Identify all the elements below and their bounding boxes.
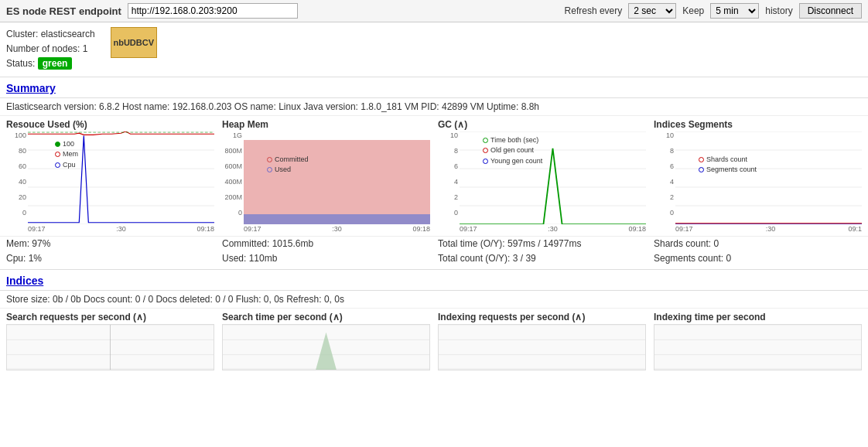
status-badge: green bbox=[38, 57, 73, 70]
endpoint-label: ES node REST endpoint bbox=[6, 5, 121, 17]
index-req-chart-area bbox=[438, 324, 646, 370]
status-label: Status: bbox=[6, 58, 35, 69]
heap-x-axis: 09:17:3009:18 bbox=[222, 225, 430, 233]
heap-chart-title: Heap Mem bbox=[222, 119, 430, 130]
mem-stat: Mem: 97% bbox=[6, 237, 214, 251]
search-time-svg bbox=[223, 325, 429, 370]
disconnect-button[interactable]: Disconnect bbox=[799, 3, 862, 19]
cluster-info: Cluster: elasticsearch Number of nodes: … bbox=[0, 22, 868, 77]
svg-marker-32 bbox=[316, 333, 337, 370]
search-req-chart-title: Search requests per second (∧) bbox=[6, 312, 214, 322]
keep-select[interactable]: 5 min 1 min 10 min 30 min bbox=[710, 3, 759, 19]
heap-chart-block: Heap Mem 1G800M600M400M200M0 Committed U… bbox=[222, 119, 430, 233]
resource-chart-title: Resouce Used (%) bbox=[6, 119, 214, 130]
summary-section-title: Summary bbox=[0, 77, 868, 98]
gc-x-axis: 09:17:3009:18 bbox=[438, 225, 646, 233]
keep-label: Keep bbox=[682, 5, 704, 16]
svg-marker-7 bbox=[244, 139, 430, 224]
cluster-nodes: Number of nodes: 1 bbox=[6, 42, 95, 56]
summary-info-line: Elasticsearch version: 6.8.2 Host name: … bbox=[0, 98, 868, 116]
shards-stat: Shards count: 0 bbox=[654, 237, 862, 251]
resource-legend: 100 Mem Cpu bbox=[55, 139, 78, 171]
index-req-chart-block: Indexing requests per second (∧) bbox=[438, 312, 646, 370]
indices-seg-y-axis: 1086420 bbox=[654, 131, 675, 217]
gc-legend: Time both (sec) Old gen count Young gen … bbox=[483, 135, 542, 167]
indices-seg-legend: Shards count Segments count bbox=[699, 155, 757, 176]
resource-x-axis: 09:17:3009:18 bbox=[6, 225, 214, 233]
committed-stat: Committed: 1015.6mb bbox=[222, 237, 430, 251]
used-stat: Used: 110mb bbox=[222, 251, 430, 266]
search-req-chart-area bbox=[6, 324, 214, 370]
cluster-status-line: Status: green bbox=[6, 56, 95, 71]
index-time-svg bbox=[654, 325, 861, 370]
indices-info-line: Store size: 0b / 0b Docs count: 0 / 0 Do… bbox=[0, 291, 868, 309]
refresh-label: Refresh every bbox=[565, 5, 623, 16]
segments-stat: Segments count: 0 bbox=[654, 251, 862, 266]
index-time-chart-title: Indexing time per second bbox=[654, 312, 862, 322]
resource-stats: Mem: 97% Cpu: 1% bbox=[6, 237, 214, 266]
gc-time-stat: Total time (O/Y): 597ms / 14977ms bbox=[438, 237, 646, 251]
header: ES node REST endpoint Refresh every 2 se… bbox=[0, 0, 868, 22]
seg-stats: Shards count: 0 Segments count: 0 bbox=[654, 237, 862, 266]
index-time-chart-area bbox=[654, 324, 862, 370]
search-time-chart-title: Search time per second (∧) bbox=[222, 312, 430, 322]
gc-chart-title: GC (∧) bbox=[438, 119, 646, 130]
svg-marker-8 bbox=[244, 213, 430, 224]
heap-y-axis: 1G800M600M400M200M0 bbox=[222, 131, 244, 217]
resource-chart-block: Resouce Used (%) 100806040200 bbox=[6, 119, 214, 233]
index-req-chart-title: Indexing requests per second (∧) bbox=[438, 312, 646, 322]
gc-chart-block: GC (∧) 1086420 Time both (sec) bbox=[438, 119, 646, 233]
search-time-chart-block: Search time per second (∧) bbox=[222, 312, 430, 370]
refresh-select[interactable]: 2 sec 1 sec 5 sec 10 sec bbox=[628, 3, 676, 19]
stats-row: Mem: 97% Cpu: 1% Committed: 1015.6mb Use… bbox=[0, 237, 868, 270]
endpoint-input[interactable] bbox=[128, 3, 298, 19]
cluster-details: Cluster: elasticsearch Number of nodes: … bbox=[6, 27, 95, 72]
gc-stats: Total time (O/Y): 597ms / 14977ms Total … bbox=[438, 237, 646, 266]
cpu-stat: Cpu: 1% bbox=[6, 251, 214, 266]
search-req-chart-block: Search requests per second (∧) bbox=[6, 312, 214, 370]
indices-seg-chart-title: Indices Segments bbox=[654, 119, 862, 130]
cluster-name: Cluster: elasticsearch bbox=[6, 27, 95, 42]
indices-section-title: Indices bbox=[0, 270, 868, 291]
indices-seg-x-axis: 09:17:3009:1 bbox=[654, 225, 862, 233]
gc-y-axis: 1086420 bbox=[438, 131, 460, 217]
heap-stats: Committed: 1015.6mb Used: 110mb bbox=[222, 237, 430, 266]
indices-seg-chart-svg bbox=[675, 131, 862, 224]
index-req-svg bbox=[439, 325, 645, 370]
heap-legend: Committed Used bbox=[267, 155, 309, 176]
bottom-charts-row: Search requests per second (∧) Search ti… bbox=[0, 309, 868, 374]
heap-chart-svg bbox=[244, 131, 430, 224]
resource-y-axis: 100806040200 bbox=[6, 131, 28, 217]
indices-seg-chart-block: Indices Segments 1086420 Shards count bbox=[654, 119, 862, 233]
gc-count-stat: Total count (O/Y): 3 / 39 bbox=[438, 251, 646, 266]
cluster-icon: nbUDBCV bbox=[111, 27, 157, 58]
history-label: history bbox=[765, 5, 792, 16]
charts-row: Resouce Used (%) 100806040200 bbox=[0, 116, 868, 237]
search-req-svg bbox=[7, 325, 214, 370]
search-time-chart-area bbox=[222, 324, 430, 370]
index-time-chart-block: Indexing time per second bbox=[654, 312, 862, 370]
